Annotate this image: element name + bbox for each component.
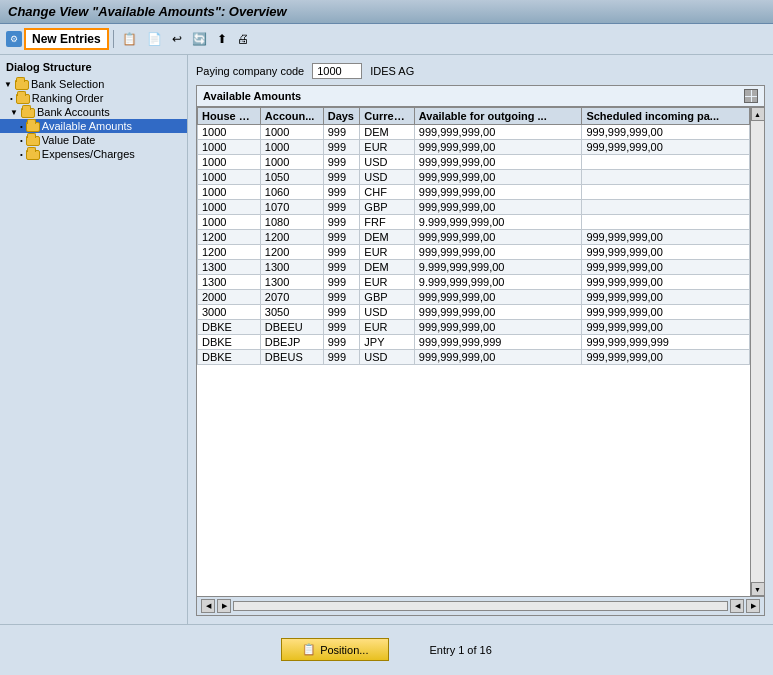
cell-scheduled_in: 999,999,999,00	[582, 125, 750, 140]
table-row[interactable]: 10001000999DEM999,999,999,00999,999,999,…	[198, 125, 750, 140]
vertical-scrollbar[interactable]: ▲ ▼	[750, 107, 764, 596]
cell-account: DBEUS	[260, 350, 323, 365]
table-row[interactable]: DBKEDBEJP999JPY999,999,999,999999,999,99…	[198, 335, 750, 350]
available-amounts-title: Available Amounts	[203, 90, 301, 102]
sidebar-item-value-date[interactable]: • Value Date	[0, 133, 187, 147]
cell-house_bank: 1000	[198, 140, 261, 155]
cell-available_out: 999,999,999,00	[414, 305, 582, 320]
table-section-title: Available Amounts	[197, 86, 764, 107]
table-row[interactable]: 20002070999GBP999,999,999,00999,999,999,…	[198, 290, 750, 305]
position-button[interactable]: 📋 Position...	[281, 638, 389, 661]
cell-scheduled_in: 999,999,999,00	[582, 320, 750, 335]
print-icon[interactable]: 🖨	[233, 30, 253, 48]
cell-currency: DEM	[360, 230, 414, 245]
cell-house_bank: 1300	[198, 260, 261, 275]
cell-available_out: 999,999,999,00	[414, 230, 582, 245]
col-currency: Currency	[360, 108, 414, 125]
table-row[interactable]: 13001300999EUR9.999,999,999,00999,999,99…	[198, 275, 750, 290]
sidebar-item-bank-accounts[interactable]: ▼ Bank Accounts	[0, 105, 187, 119]
toolbar: ⚙ New Entries 📋 📄 ↩ 🔄 ⬆ 🖨	[0, 24, 773, 55]
cell-house_bank: 1300	[198, 275, 261, 290]
cell-scheduled_in	[582, 185, 750, 200]
cell-scheduled_in: 999,999,999,00	[582, 350, 750, 365]
table-row[interactable]: 12001200999DEM999,999,999,00999,999,999,…	[198, 230, 750, 245]
undo-icon[interactable]: ↩	[168, 30, 186, 48]
cell-days: 999	[323, 275, 360, 290]
cell-account: DBEJP	[260, 335, 323, 350]
cell-account: 1000	[260, 140, 323, 155]
cell-house_bank: 1000	[198, 215, 261, 230]
table-row[interactable]: DBKEDBEUS999USD999,999,999,00999,999,999…	[198, 350, 750, 365]
cell-house_bank: DBKE	[198, 350, 261, 365]
paying-company-name: IDES AG	[370, 65, 414, 77]
cell-house_bank: 1200	[198, 245, 261, 260]
sidebar-item-bank-selection[interactable]: ▼ Bank Selection	[0, 77, 187, 91]
sidebar-title: Dialog Structure	[0, 59, 187, 77]
main-content: Paying company code IDES AG Available Am…	[188, 55, 773, 624]
scroll-down-btn[interactable]: ▼	[751, 582, 765, 596]
sidebar-item-ranking-order[interactable]: • Ranking Order	[0, 91, 187, 105]
cell-currency: FRF	[360, 215, 414, 230]
sidebar-item-available-amounts[interactable]: • Available Amounts	[0, 119, 187, 133]
scroll-track[interactable]	[751, 121, 765, 582]
cell-house_bank: 3000	[198, 305, 261, 320]
cell-currency: USD	[360, 170, 414, 185]
table-row[interactable]: 10001000999EUR999,999,999,00999,999,999,…	[198, 140, 750, 155]
folder-ranking-icon	[16, 92, 30, 104]
cell-days: 999	[323, 350, 360, 365]
export-icon[interactable]: ⬆	[213, 30, 231, 48]
position-icon: 📋	[302, 643, 316, 656]
cell-currency: EUR	[360, 275, 414, 290]
h-scroll-track[interactable]	[233, 601, 728, 611]
table-row[interactable]: 10001050999USD999,999,999,00	[198, 170, 750, 185]
table-row[interactable]: 10001060999CHF999,999,999,00	[198, 185, 750, 200]
cell-account: 1000	[260, 155, 323, 170]
grid-settings-icon[interactable]	[744, 89, 758, 103]
cell-account: 3050	[260, 305, 323, 320]
paying-code-input[interactable]	[312, 63, 362, 79]
new-entries-button[interactable]: New Entries	[24, 28, 109, 50]
table-wrapper: House ba... Accoun... Days Currency Avai…	[197, 107, 764, 596]
h-scroll-right-btn[interactable]: ▶	[217, 599, 231, 613]
copy-icon[interactable]: 📋	[118, 30, 141, 48]
table-row[interactable]: 13001300999DEM9.999,999,999,00999,999,99…	[198, 260, 750, 275]
scroll-up-btn[interactable]: ▲	[751, 107, 765, 121]
sidebar-item-expenses-charges[interactable]: • Expenses/Charges	[0, 147, 187, 161]
h-scroll-left-btn[interactable]: ◀	[201, 599, 215, 613]
cell-scheduled_in: 999,999,999,00	[582, 275, 750, 290]
cell-scheduled_in: 999,999,999,00	[582, 230, 750, 245]
cell-currency: USD	[360, 305, 414, 320]
cell-account: 1060	[260, 185, 323, 200]
table-row[interactable]: 10001000999USD999,999,999,00	[198, 155, 750, 170]
folder-bank-selection-icon	[15, 78, 29, 90]
cell-days: 999	[323, 335, 360, 350]
table-row[interactable]: 30003050999USD999,999,999,00999,999,999,…	[198, 305, 750, 320]
cell-days: 999	[323, 320, 360, 335]
cell-scheduled_in: 999,999,999,999	[582, 335, 750, 350]
refresh-icon[interactable]: 🔄	[188, 30, 211, 48]
cell-available_out: 999,999,999,00	[414, 125, 582, 140]
paste-icon[interactable]: 📄	[143, 30, 166, 48]
table-row[interactable]: DBKEDBEEU999EUR999,999,999,00999,999,999…	[198, 320, 750, 335]
table-row[interactable]: 10001070999GBP999,999,999,00	[198, 200, 750, 215]
h-scroll-end-left-btn[interactable]: ◀	[730, 599, 744, 613]
cell-available_out: 999,999,999,00	[414, 155, 582, 170]
cell-days: 999	[323, 170, 360, 185]
cell-currency: CHF	[360, 185, 414, 200]
toolbar-separator-1	[113, 30, 114, 48]
position-btn-label: Position...	[320, 644, 368, 656]
table-row[interactable]: 12001200999EUR999,999,999,00999,999,999,…	[198, 245, 750, 260]
col-available-out: Available for outgoing ...	[414, 108, 582, 125]
cell-house_bank: DBKE	[198, 320, 261, 335]
h-scroll-end-right-btn[interactable]: ▶	[746, 599, 760, 613]
dot-icon: •	[10, 94, 13, 103]
table-row[interactable]: 10001080999FRF9.999,999,999,00	[198, 215, 750, 230]
cell-account: 1050	[260, 170, 323, 185]
cell-currency: DEM	[360, 260, 414, 275]
cell-currency: DEM	[360, 125, 414, 140]
cell-days: 999	[323, 215, 360, 230]
sidebar: Dialog Structure ▼ Bank Selection • Rank…	[0, 55, 188, 624]
paying-bar: Paying company code IDES AG	[196, 63, 765, 79]
cell-house_bank: 1000	[198, 155, 261, 170]
cell-days: 999	[323, 125, 360, 140]
